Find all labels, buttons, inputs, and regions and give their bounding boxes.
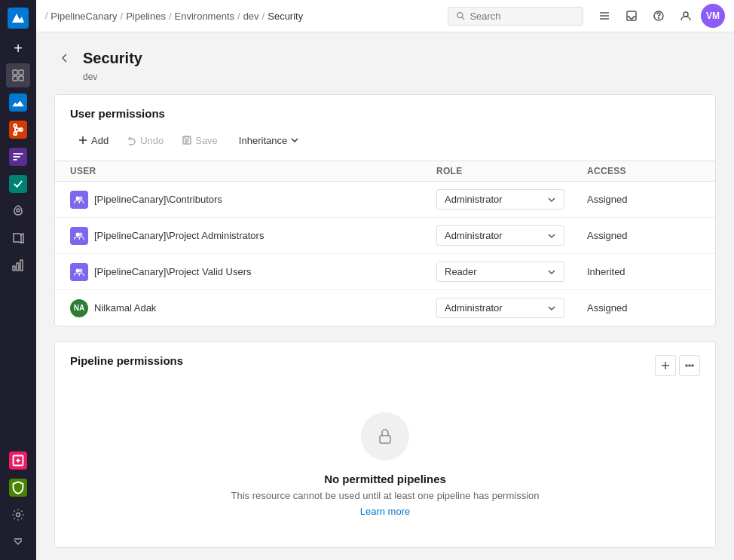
role-select[interactable]: Administrator [436,189,564,210]
sidebar-item-testplans[interactable] [6,172,30,196]
user-permissions-card: User permissions Add Undo [54,94,716,326]
inbox-button[interactable] [619,4,644,28]
lock-icon [376,427,394,445]
add-label: Add [91,135,109,146]
role-select[interactable]: Administrator [436,225,564,246]
breadcrumb-pipelinecanary[interactable]: PipelineCanary [50,11,117,22]
breadcrumb-security: Security [268,11,303,22]
search-icon [456,11,465,21]
inheritance-button[interactable]: Inheritance [231,129,307,151]
pipeline-actions [655,355,700,376]
add-button[interactable]: Add [70,129,116,151]
plus-icon [660,360,671,371]
more-icon [684,360,695,371]
page-content: Security dev User permissions Add [36,32,734,560]
col-user: User [70,166,436,176]
breadcrumb-environments[interactable]: Environments [175,11,234,22]
svg-point-8 [17,209,20,212]
sidebar-item-rocket[interactable] [6,199,30,223]
sidebar: + [0,0,36,560]
help-button[interactable] [647,4,671,28]
inheritance-label: Inheritance [239,135,287,146]
sidebar-item-pink[interactable] [6,448,30,473]
access-cell: Assigned [587,194,700,205]
svg-point-14 [457,13,463,18]
lock-icon-container [361,412,409,461]
save-icon [182,135,192,145]
table-row: NA Nilkamal Adak Administrator Assigned [55,290,715,326]
svg-point-18 [684,12,688,17]
more-options-button[interactable] [679,355,700,376]
undo-button[interactable]: Undo [119,129,171,151]
empty-title: No permitted pipelines [324,473,446,485]
pipeline-permissions-title: Pipeline permissions [70,354,183,367]
topnav-actions: VM [592,4,725,28]
svg-rect-3 [13,76,17,81]
svg-rect-1 [13,70,17,75]
sidebar-add-button[interactable]: + [6,36,30,60]
sidebar-item-settings[interactable] [6,503,30,527]
avatar: NA [70,299,88,317]
sidebar-item-book[interactable] [6,226,30,250]
breadcrumb: / PipelineCanary / Pipelines / Environme… [45,11,303,22]
dropdown-icon [547,304,556,313]
table-header: User Role Access [55,161,715,182]
svg-point-5 [14,124,17,127]
access-cell: Assigned [587,230,700,241]
role-select[interactable]: Administrator [436,298,564,318]
page-title: Security [83,50,142,67]
sidebar-item-image[interactable] [6,90,30,115]
user-cell: [PipelineCanary]\Contributors [70,191,436,209]
list-view-button[interactable] [592,4,616,28]
user-permissions-title: User permissions [70,107,700,120]
breadcrumb-pipelines[interactable]: Pipelines [126,11,166,22]
user-avatar[interactable]: VM [701,4,725,28]
role-select[interactable]: Reader [436,262,564,282]
sidebar-item-expand[interactable] [6,530,30,554]
avatar [70,191,88,209]
svg-rect-4 [19,76,23,81]
sidebar-item-analytics[interactable] [6,253,30,277]
sidebar-item-repos[interactable] [6,118,30,142]
undo-label: Undo [140,135,164,146]
user-cell: [PipelineCanary]\Project Administrators [70,227,436,245]
back-button[interactable] [54,47,75,69]
svg-rect-10 [17,263,19,271]
chevron-down-icon [290,136,299,145]
search-input[interactable] [469,11,575,22]
save-button[interactable]: Save [174,129,225,151]
svg-point-22 [79,196,83,200]
account-button[interactable] [674,4,698,28]
page-subtitle: dev [83,72,716,82]
empty-description: This resource cannot be used until at le… [231,490,539,501]
breadcrumb-sep: / [45,11,47,21]
pipeline-permissions-card: Pipeline permissions [54,341,716,548]
user-name: [PipelineCanary]\Project Administrators [94,230,264,241]
svg-point-13 [17,513,20,517]
user-permissions-header: User permissions Add Undo [55,95,715,161]
toolbar: Add Undo [70,129,700,151]
add-pipeline-button[interactable] [655,355,676,376]
svg-point-17 [659,18,659,19]
dropdown-icon [547,268,556,277]
sidebar-item-boards[interactable] [6,63,30,87]
save-label: Save [195,135,218,146]
svg-point-29 [692,365,693,366]
sidebar-item-green-security[interactable] [6,476,30,500]
user-name: [PipelineCanary]\Project Valid Users [94,266,252,277]
top-navigation: / PipelineCanary / Pipelines / Environme… [36,0,734,32]
search-bar[interactable] [448,7,583,26]
col-access: Access [587,166,700,176]
avatar [70,227,88,245]
table-row: [PipelineCanary]\Project Administrators … [55,218,715,254]
user-name: Nilkamal Adak [94,302,156,314]
undo-icon [127,135,137,145]
svg-point-24 [79,232,83,236]
empty-state: No permitted pipelines This resource can… [55,388,715,547]
breadcrumb-dev[interactable]: dev [243,11,259,22]
svg-point-6 [14,132,17,135]
col-role: Role [436,166,587,176]
app-logo[interactable] [6,6,30,30]
learn-more-link[interactable]: Learn more [360,506,410,517]
sidebar-item-pipelines[interactable] [6,145,30,169]
